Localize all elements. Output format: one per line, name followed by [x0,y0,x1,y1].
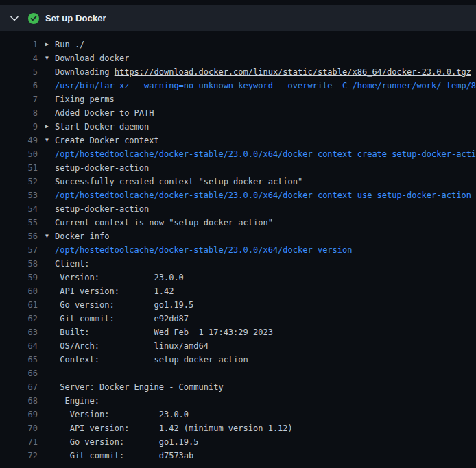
log-text: Built: Wed Feb 1 17:43:29 2023 [55,325,273,339]
line-number[interactable]: 56 [0,230,38,243]
log-text: API version: 1.42 (minimum version 1.12) [55,421,293,435]
log-text: Docker info [55,230,109,243]
plain-text: Successfully created context "setup-dock… [55,177,302,186]
line-number[interactable]: 70 [0,421,38,435]
line-number[interactable]: 65 [0,353,38,367]
plain-text: Download docker [55,53,129,63]
log-row: 68 Engine: [0,394,476,408]
log-text: Version: 23.0.0 [55,408,189,421]
log-text: Client: [55,257,90,271]
log-row: 60 API version: 1.42 [0,284,476,298]
log-text: Engine: [55,394,99,408]
log-text: Current context is now "setup-docker-act… [55,216,273,230]
plain-text: Engine: [55,396,99,406]
line-number[interactable]: 72 [0,449,38,463]
line-number[interactable]: 61 [0,298,38,312]
line-number[interactable]: 57 [0,243,38,257]
log-group-row[interactable]: 49▼Create Docker context [0,134,476,147]
line-number[interactable]: 50 [0,147,38,161]
line-number[interactable]: 71 [0,435,38,449]
log-text: /opt/hostedtoolcache/docker-stable/23.0.… [55,147,476,161]
log-text: Successfully created context "setup-dock… [55,175,302,188]
line-number[interactable]: 7 [0,93,38,106]
group-expanded-icon[interactable]: ▼ [38,230,55,243]
log-row: 66 [0,367,476,380]
plain-text: Version: 23.0.0 [55,410,189,419]
plain-text: Go version: go1.19.5 [55,437,199,447]
log-text: Start Docker daemon [55,120,149,134]
command-text: /usr/bin/tar xz --warning=no-unknown-key… [55,81,476,90]
log-text: Go version: go1.19.5 [55,298,193,312]
log-row: 70 API version: 1.42 (minimum version 1.… [0,421,476,435]
line-number[interactable]: 63 [0,325,38,339]
line-number[interactable]: 60 [0,284,38,298]
log-group-row[interactable]: 1▶Run ./ [0,38,476,51]
line-number[interactable]: 52 [0,175,38,188]
log-text: setup-docker-action [55,202,149,216]
plain-text: Context: setup-docker-action [55,355,248,365]
log-row: 71 Go version: go1.19.5 [0,435,476,449]
plain-text: Client: [55,259,90,269]
log-text: setup-docker-action [55,161,149,175]
line-number[interactable]: 66 [0,367,38,380]
log-text: Server: Docker Engine - Community [55,380,224,394]
log-text: Version: 23.0.0 [55,271,184,284]
line-number[interactable]: 8 [0,106,38,120]
log-row: 58Client: [0,257,476,271]
line-number[interactable]: 9 [0,120,38,134]
log-row: 52Successfully created context "setup-do… [0,175,476,188]
log-group-row[interactable]: 9▶Start Docker daemon [0,120,476,134]
plain-text: Create Docker context [55,136,159,145]
line-number[interactable]: 5 [0,65,38,79]
log-row: 64 OS/Arch: linux/amd64 [0,339,476,353]
line-number[interactable]: 69 [0,408,38,421]
log-link[interactable]: https://download.docker.com/linux/static… [115,67,471,77]
log-text: Go version: go1.19.5 [55,435,199,449]
log-text: Download docker [55,51,129,65]
log-row: 7Fixing perms [0,93,476,106]
plain-text: OS/Arch: linux/amd64 [55,341,209,351]
plain-text: API version: 1.42 [55,286,174,296]
log-text: /opt/hostedtoolcache/docker-stable/23.0.… [55,188,471,202]
log-row: 65 Context: setup-docker-action [0,353,476,367]
plain-text: Server: Docker Engine - Community [55,382,224,392]
log-text: OS/Arch: linux/amd64 [55,339,209,353]
line-number[interactable]: 68 [0,394,38,408]
group-expanded-icon[interactable]: ▼ [38,51,55,65]
line-number[interactable]: 62 [0,312,38,325]
plain-text: Git commit: d7573ab [55,451,193,460]
line-number[interactable]: 59 [0,271,38,284]
plain-text: Version: 23.0.0 [55,273,184,282]
chevron-down-icon[interactable] [10,14,19,23]
plain-text: Fixing perms [55,95,115,104]
group-expanded-icon[interactable]: ▼ [38,134,55,147]
log-group-row[interactable]: 4▼Download docker [0,51,476,65]
step-header-setup-docker[interactable]: Set up Docker [0,5,476,31]
plain-text: Downloading [55,67,115,77]
log-text: Context: setup-docker-action [55,353,248,367]
line-number[interactable]: 49 [0,134,38,147]
line-number[interactable]: 64 [0,339,38,353]
line-number[interactable]: 4 [0,51,38,65]
line-number[interactable]: 1 [0,38,38,51]
group-collapsed-icon[interactable]: ▶ [38,120,55,134]
log-text: /opt/hostedtoolcache/docker-stable/23.0.… [55,243,352,257]
line-number[interactable]: 53 [0,188,38,202]
log-row: 53/opt/hostedtoolcache/docker-stable/23.… [0,188,476,202]
log-row: 50/opt/hostedtoolcache/docker-stable/23.… [0,147,476,161]
log-text: Create Docker context [55,134,159,147]
plain-text: Go version: go1.19.5 [55,300,193,310]
plain-text: setup-docker-action [55,163,149,173]
line-number[interactable]: 67 [0,380,38,394]
line-number[interactable]: 55 [0,216,38,230]
line-number[interactable]: 6 [0,79,38,93]
log-text: Downloading https://download.docker.com/… [55,65,471,79]
line-number[interactable]: 54 [0,202,38,216]
group-collapsed-icon[interactable]: ▶ [38,38,55,51]
line-number[interactable]: 51 [0,161,38,175]
plain-text: Added Docker to PATH [55,108,154,118]
line-number[interactable]: 58 [0,257,38,271]
log-group-row[interactable]: 56▼Docker info [0,230,476,243]
plain-text: Current context is now "setup-docker-act… [55,218,273,227]
plain-text: API version: 1.42 (minimum version 1.12) [55,423,293,433]
